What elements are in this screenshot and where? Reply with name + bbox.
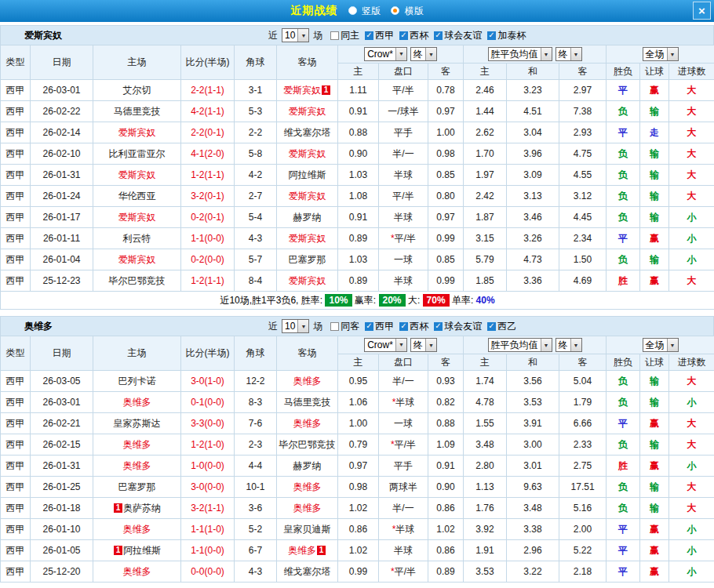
draw-odds-cell: 3.22 [507,561,559,583]
team-name: 奥维多 [293,503,322,514]
games-label: 场 [313,29,322,42]
close-button[interactable]: × [693,2,711,20]
radio-horizontal-layout-icon[interactable] [391,6,399,15]
summary-label: 大: [406,295,423,306]
handicap-cell: *平/半 [379,228,428,249]
odds-company-select[interactable]: Crow*▼ [364,338,407,352]
odds-stage-select[interactable]: 终▼ [410,47,437,61]
odds-company-select-value: Crow* [365,339,395,350]
goals-result-cell: 小 [669,561,714,583]
away-odds-cell: 0.82 [428,392,464,413]
match-count-select[interactable]: 10▼ [282,319,309,333]
league-cell: 西甲 [1,413,31,434]
europe-odds-select[interactable]: 胜平负均值▼ [488,338,552,352]
goals-result-cell: 大 [669,186,714,207]
goals-result-cell: 大 [669,413,714,434]
filter-option-3-checkbox[interactable] [434,322,443,331]
scope-select-cell: 全场▼ [607,336,714,354]
match-count-select[interactable]: 10▼ [282,28,309,42]
home-win-odds-cell: 2.46 [464,80,507,101]
filter-option-1[interactable]: 西甲 [365,29,394,42]
away-odds-cell: 0.97 [428,101,464,122]
near-label: 近 [268,320,278,333]
filter-option-2-checkbox[interactable] [399,322,408,331]
result-cell: 平 [607,228,640,249]
radio-vertical-layout-icon[interactable] [348,6,357,15]
result-cell: 负 [607,498,640,519]
filter-option-4[interactable]: 加泰杯 [487,29,526,42]
titlebar: 近期战绩 竖版 横版 × [0,0,714,22]
filter-option-4-checkbox[interactable] [487,31,496,40]
home-team-cell: 奥维多 [93,434,181,456]
team-name: 阿拉维斯 [123,545,161,556]
corner-cell: 5-8 [235,143,277,165]
home-odds-cell: 1.08 [338,186,379,207]
score-cell: 3-0(0-0) [181,477,235,498]
filter-option-0[interactable]: 同主 [330,29,359,42]
away-odds-cell: 0.97 [428,207,464,228]
away-team-cell: 巴塞罗那 [277,249,338,270]
filter-option-3[interactable]: 球会友谊 [434,29,482,42]
goals-result-cell: 小 [669,207,714,228]
filter-option-3-checkbox[interactable] [434,31,443,40]
radio-horizontal-layout-label[interactable]: 横版 [405,5,424,16]
filter-option-0[interactable]: 同客 [330,320,359,333]
date-cell: 26-02-10 [31,143,93,165]
europe-odds-select[interactable]: 胜平负均值▼ [488,47,552,61]
filter-option-4[interactable]: 西乙 [487,320,516,333]
away-odds-cell: 0.99 [428,228,464,249]
europe-stage-select[interactable]: 终▼ [556,338,582,352]
filter-option-3[interactable]: 球会友谊 [434,320,482,333]
away-win-odds-cell: 6.66 [559,413,607,434]
filter-option-1-checkbox[interactable] [365,31,373,40]
handicap-result-cell: 输 [640,371,669,392]
filter-option-4-label: 加泰杯 [497,29,526,42]
league-cell: 西甲 [1,540,31,561]
handicap-cell: 平手 [379,122,428,143]
odds-stage-select[interactable]: 终▼ [410,338,437,352]
table-row: 西甲26-01-31奥维多1-0(0-0)4-4赫罗纳0.97平手0.912.8… [1,456,714,477]
home-team-cell: 爱斯宾奴 [93,122,181,143]
table-row: 西甲26-02-15奥维多1-2(1-0)2-3毕尔巴鄂竞技0.79*平/半1.… [1,434,714,456]
home-win-odds-cell: 5.79 [464,249,507,270]
filter-option-0-checkbox[interactable] [330,31,339,40]
team-name: 爱斯宾奴 [289,148,326,159]
filter-option-0-label: 同主 [341,29,359,42]
home-team-cell: 1阿拉维斯 [93,540,181,561]
league-cell: 西甲 [1,270,31,292]
scope-select[interactable]: 全场▼ [643,47,679,61]
home-odds-cell: 0.79 [338,434,379,456]
scope-select[interactable]: 全场▼ [643,338,679,352]
filter-option-2-checkbox[interactable] [399,31,408,40]
score-cell: 4-1(2-0) [181,143,235,165]
away-team-cell: 赫罗纳 [277,456,338,477]
column-header: 角球 [235,45,277,80]
home-team-cell: 1奥萨苏纳 [93,498,181,519]
odds-company-select[interactable]: Crow*▼ [364,47,407,61]
filter-option-1[interactable]: 西甲 [365,320,394,333]
filter-option-2[interactable]: 西杯 [399,29,428,42]
filter-option-1-label: 西甲 [375,320,394,333]
red-card-badge: 1 [322,85,330,95]
europe-stage-select[interactable]: 终▼ [556,47,582,61]
filter-option-2[interactable]: 西杯 [399,320,428,333]
filter-option-0-checkbox[interactable] [330,322,339,331]
radio-vertical-layout-label[interactable]: 竖版 [362,5,381,16]
draw-odds-cell: 3.04 [507,122,559,143]
goals-result-cell: 大 [669,80,714,101]
date-cell: 26-01-31 [31,165,93,186]
filter-bar: 爱斯宾奴近10▼场同主西甲西杯球会友谊加泰杯 [0,25,714,45]
date-cell: 26-01-05 [31,540,93,561]
column-header: 客场 [277,336,338,371]
home-team-cell: 奥维多 [93,561,181,583]
league-cell: 西甲 [1,456,31,477]
handicap-result-cell: 赢 [640,80,669,101]
league-cell: 西甲 [1,165,31,186]
handicap-star: * [391,439,395,450]
goals-result-cell: 大 [669,434,714,456]
date-cell: 26-01-25 [31,477,93,498]
odds-stage-select-value: 终 [411,339,425,352]
filter-option-1-checkbox[interactable] [365,322,373,331]
home-team-cell: 艾尔切 [93,80,181,101]
filter-option-4-checkbox[interactable] [487,322,496,331]
